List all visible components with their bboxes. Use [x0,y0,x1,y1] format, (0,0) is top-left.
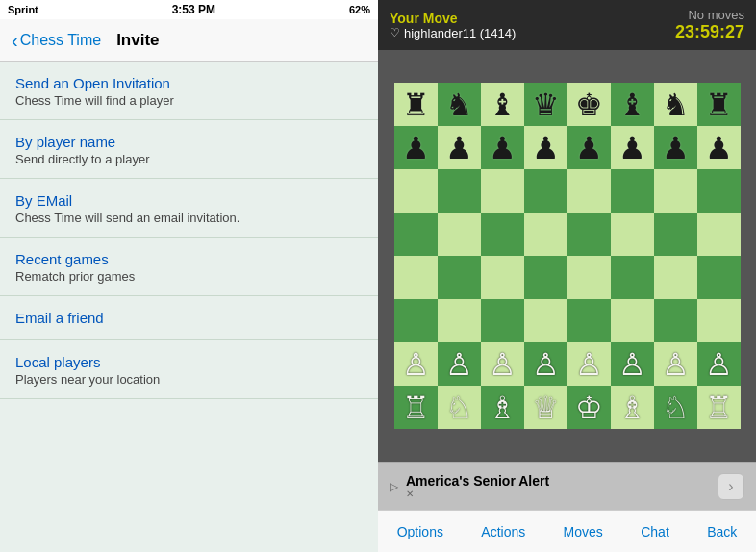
chess-cell[interactable] [481,256,524,299]
chess-cell[interactable]: ♕ [524,386,567,429]
chess-cell[interactable] [524,299,567,342]
chess-cell[interactable] [438,169,481,213]
chess-cell[interactable]: ♙ [438,342,481,386]
chess-cell[interactable] [611,256,654,299]
game-timer: 23:59:27 [675,22,744,42]
player-name: highlander11 (1414) [404,26,516,40]
chess-cell[interactable] [481,213,524,256]
chess-cell[interactable] [394,213,438,256]
chess-cell[interactable] [654,299,697,342]
ad-bar[interactable]: ▷ America's Senior Alert ✕ › [378,462,756,510]
chess-cell[interactable]: ♙ [611,342,654,386]
menu-item-local-players[interactable]: Local players Players near your location [0,340,378,399]
chess-cell[interactable]: ♝ [481,83,524,126]
chess-piece: ♟ [402,133,430,163]
chess-cell[interactable]: ♗ [611,386,654,429]
menu-item-subtitle: Rematch prior games [15,269,363,284]
chess-cell[interactable]: ♘ [438,386,481,429]
ad-title: America's Senior Alert [406,473,710,489]
chess-piece: ♞ [662,89,690,120]
chess-cell[interactable]: ♜ [394,83,438,126]
status-bar: Sprint 3:53 PM 62% [0,0,378,19]
chess-cell[interactable] [611,213,654,256]
chess-piece: ♙ [662,349,690,380]
chess-cell[interactable] [697,169,741,213]
chess-piece: ♙ [489,349,517,380]
menu-item-title: Send an Open Invitation [15,75,363,91]
chess-cell[interactable]: ♟ [611,126,654,169]
game-header-left: Your Move ♡ highlander11 (1414) [390,11,516,40]
chess-cell[interactable]: ♙ [394,342,438,386]
toolbar-back[interactable]: Back [699,524,744,539]
chess-cell[interactable] [567,299,611,342]
chess-cell[interactable] [697,299,741,342]
chess-cell[interactable] [654,256,697,299]
chess-cell[interactable]: ♗ [481,386,524,429]
chess-cell[interactable] [524,213,567,256]
back-button[interactable]: ‹ Chess Time [12,31,101,50]
chess-cell[interactable] [481,299,524,342]
chess-cell[interactable]: ♟ [524,126,567,169]
chess-cell[interactable] [394,256,438,299]
chess-cell[interactable] [697,213,741,256]
chess-piece: ♞ [445,89,473,120]
menu-item-email-friend[interactable]: Email a friend [0,296,378,340]
chess-piece: ♙ [705,349,733,380]
chess-cell[interactable] [567,169,611,213]
chess-cell[interactable] [438,213,481,256]
no-moves-label: No moves [688,8,744,22]
chess-cell[interactable] [611,169,654,213]
chess-cell[interactable]: ♔ [567,386,611,429]
chess-cell[interactable] [654,213,697,256]
menu-item-by-email[interactable]: By EMail Chess Time will send an email i… [0,179,378,238]
toolbar-moves[interactable]: Moves [556,524,611,539]
chess-cell[interactable]: ♙ [697,342,741,386]
chess-cell[interactable] [567,256,611,299]
chess-cell[interactable] [394,169,438,213]
chess-piece: ♔ [575,392,603,423]
chess-cell[interactable] [481,169,524,213]
chess-cell[interactable]: ♞ [654,83,697,126]
chess-cell[interactable] [567,213,611,256]
chess-cell[interactable]: ♟ [567,126,611,169]
chess-cell[interactable]: ♜ [697,83,741,126]
toolbar-actions[interactable]: Actions [473,524,533,539]
chess-piece: ♛ [532,89,560,120]
chess-piece: ♜ [402,89,430,120]
chess-cell[interactable] [654,169,697,213]
chess-cell[interactable] [438,299,481,342]
chess-piece: ♙ [532,349,560,380]
chess-cell[interactable]: ♙ [524,342,567,386]
chess-cell[interactable]: ♖ [394,386,438,429]
chess-cell[interactable] [524,256,567,299]
chess-cell[interactable]: ♟ [438,126,481,169]
chess-cell[interactable]: ♖ [697,386,741,429]
chess-cell[interactable]: ♟ [697,126,741,169]
chess-cell[interactable] [611,299,654,342]
chess-cell[interactable] [394,299,438,342]
chess-cell[interactable]: ♝ [611,83,654,126]
menu-item-recent-games[interactable]: Recent games Rematch prior games [0,238,378,296]
chess-cell[interactable]: ♙ [481,342,524,386]
chess-piece: ♙ [402,349,430,380]
menu-item-open-invitation[interactable]: Send an Open Invitation Chess Time will … [0,62,378,120]
menu-item-subtitle: Send directly to a player [15,152,363,166]
chess-cell[interactable]: ♘ [654,386,697,429]
menu-item-by-player-name[interactable]: By player name Send directly to a player [0,120,378,179]
clock: 3:53 PM [172,3,215,16]
toolbar-chat[interactable]: Chat [633,524,677,539]
chess-cell[interactable]: ♟ [654,126,697,169]
chess-cell[interactable] [697,256,741,299]
chess-cell[interactable]: ♚ [567,83,611,126]
chess-piece: ♘ [445,392,473,423]
chess-cell[interactable]: ♞ [438,83,481,126]
chess-cell[interactable]: ♛ [524,83,567,126]
chess-cell[interactable]: ♟ [394,126,438,169]
chess-cell[interactable]: ♙ [567,342,611,386]
chess-cell[interactable]: ♙ [654,342,697,386]
chess-cell[interactable] [438,256,481,299]
toolbar-options[interactable]: Options [390,524,451,539]
chess-cell[interactable] [524,169,567,213]
ad-chevron-button[interactable]: › [718,473,744,500]
chess-cell[interactable]: ♟ [481,126,524,169]
